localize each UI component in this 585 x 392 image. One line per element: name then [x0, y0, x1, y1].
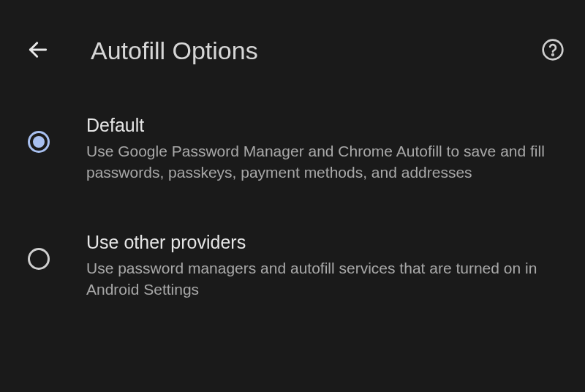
option-description: Use Google Password Manager and Chrome A…	[86, 140, 550, 184]
help-icon[interactable]	[541, 38, 565, 64]
option-default[interactable]: Default Use Google Password Manager and …	[26, 102, 565, 197]
radio-other-providers[interactable]	[26, 246, 51, 271]
option-other-providers[interactable]: Use other providers Use password manager…	[26, 219, 565, 314]
svg-point-2	[552, 54, 554, 56]
option-title: Use other providers	[86, 232, 550, 253]
options-list: Default Use Google Password Manager and …	[0, 80, 585, 314]
option-description: Use password managers and autofill servi…	[86, 257, 550, 301]
option-title: Default	[86, 115, 550, 136]
page-title: Autofill Options	[91, 37, 541, 65]
back-icon[interactable]	[26, 38, 50, 64]
radio-default[interactable]	[26, 129, 51, 154]
option-text: Default Use Google Password Manager and …	[86, 115, 565, 184]
option-text: Use other providers Use password manager…	[86, 232, 565, 301]
header: Autofill Options	[0, 0, 585, 80]
svg-point-1	[543, 39, 563, 59]
